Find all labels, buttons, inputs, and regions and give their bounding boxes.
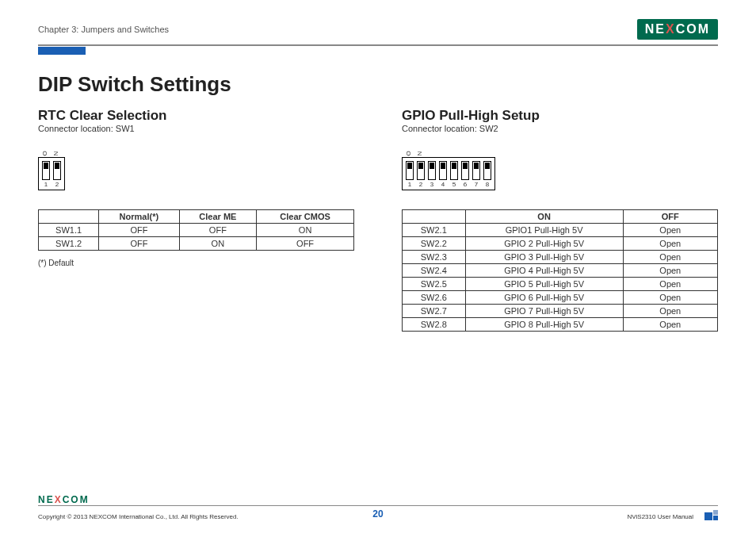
cell: GPIO 8 Pull-High 5V — [465, 318, 623, 332]
sw1-slot-2 — [53, 161, 61, 180]
sw1-th-0 — [39, 210, 99, 224]
left-column: RTC Clear Selection Connector location: … — [38, 108, 354, 332]
table-row: SW2.4GPIO 4 Pull-High 5VOpen — [403, 264, 718, 278]
logo-post: COM — [676, 22, 710, 36]
cell: SW2.2 — [403, 237, 466, 251]
cell: GPIO 6 Pull-High 5V — [465, 291, 623, 305]
footer-right: NViS2310 User Manual — [491, 510, 718, 520]
cell: ON — [257, 224, 354, 237]
table-row: SW2.2GPIO 2 Pull-High 5VOpen — [403, 237, 718, 251]
square-stack-icon — [713, 510, 718, 520]
dip-knob-icon — [430, 163, 434, 169]
sw1-num-2: 2 — [53, 181, 61, 188]
cell: SW1.1 — [39, 224, 99, 237]
table-header-row: ON OFF — [403, 210, 718, 224]
table-row: SW2.1GPIO1 Pull-High 5VOpen — [403, 224, 718, 237]
cell: Open — [623, 291, 717, 305]
sw1-on-label: O N — [41, 149, 354, 156]
rtc-connector-label: Connector location: SW1 — [38, 124, 354, 133]
cell: SW2.1 — [403, 224, 466, 237]
sw2-slot-8 — [483, 161, 491, 180]
cell: Open — [623, 224, 717, 237]
rtc-heading: RTC Clear Selection — [38, 108, 354, 124]
table-row: SW2.3GPIO 3 Pull-High 5VOpen — [403, 251, 718, 264]
cell: SW2.4 — [403, 264, 466, 278]
sw2-slot-4 — [439, 161, 447, 180]
cell: GPIO1 Pull-High 5V — [465, 224, 623, 237]
table-row: SW2.5GPIO 5 Pull-High 5VOpen — [403, 278, 718, 291]
cell: GPIO 3 Pull-High 5V — [465, 251, 623, 264]
footer-logo-pre: NE — [38, 494, 55, 505]
chapter-label: Chapter 3: Jumpers and Switches — [38, 25, 169, 34]
dip-knob-icon — [44, 163, 48, 169]
page-title: DIP Switch Settings — [38, 72, 718, 97]
default-footnote: (*) Default — [38, 259, 354, 267]
page-header: Chapter 3: Jumpers and Switches NEXCOM — [38, 19, 718, 40]
sw1-slots — [42, 161, 61, 180]
table-row: SW1.1 OFF OFF ON — [39, 224, 354, 237]
footer-row: Copyright © 2013 NEXCOM International Co… — [38, 506, 718, 520]
cell: SW2.7 — [403, 305, 466, 318]
square-icon — [713, 516, 718, 520]
sw2-nums: 1 2 3 4 5 6 7 8 — [406, 181, 491, 188]
sw2-num: 2 — [417, 181, 425, 188]
cell: OFF — [99, 224, 179, 237]
logo-pre: NE — [645, 22, 666, 36]
cell: Open — [623, 278, 717, 291]
footer-squares-icon — [704, 510, 718, 520]
sw1-th-1: Normal(*) — [99, 210, 179, 224]
sw1-slot-1 — [42, 161, 50, 180]
cell: SW2.3 — [403, 251, 466, 264]
dip-knob-icon — [55, 163, 59, 169]
square-icon — [713, 510, 718, 515]
sw1-dip-box: 1 2 — [38, 157, 65, 190]
footer-top: NEXCOM — [38, 494, 718, 505]
sw2-num: 6 — [461, 181, 469, 188]
copyright-text: Copyright © 2013 NEXCOM International Co… — [38, 513, 265, 520]
footer-logo-post: COM — [63, 494, 90, 505]
dip-knob-icon — [485, 163, 490, 169]
dip-knob-icon — [441, 163, 445, 169]
sw2-th-2: OFF — [623, 210, 717, 224]
sw2-num: 4 — [439, 181, 447, 188]
logo-text: NEXCOM — [645, 22, 710, 36]
cell: SW2.8 — [403, 318, 466, 332]
dip-knob-icon — [407, 163, 412, 169]
cell: OFF — [99, 237, 179, 251]
sw2-th-0 — [403, 210, 466, 224]
sw1-nums: 1 2 — [42, 181, 61, 188]
sw2-slot-3 — [428, 161, 436, 180]
sw1-th-3: Clear CMOS — [257, 210, 354, 224]
sw1-table: Normal(*) Clear ME Clear CMOS SW1.1 OFF … — [38, 209, 354, 251]
logo-x: X — [666, 22, 676, 36]
sw2-slot-5 — [450, 161, 458, 180]
cell: GPIO 2 Pull-High 5V — [465, 237, 623, 251]
cell: SW1.2 — [39, 237, 99, 251]
cell: SW2.6 — [403, 291, 466, 305]
gpio-connector-label: Connector location: SW2 — [402, 124, 718, 133]
sw2-num: 8 — [483, 181, 491, 188]
cell: Open — [623, 264, 717, 278]
sw2-slot-1 — [406, 161, 414, 180]
sw2-n: N — [416, 150, 423, 156]
sw1-o: O — [41, 150, 48, 156]
cell: GPIO 5 Pull-High 5V — [465, 278, 623, 291]
cell: GPIO 4 Pull-High 5V — [465, 264, 623, 278]
cell: GPIO 7 Pull-High 5V — [465, 305, 623, 318]
sw2-num: 5 — [450, 181, 458, 188]
cell: SW2.5 — [403, 278, 466, 291]
table-row: SW2.8GPIO 8 Pull-High 5VOpen — [403, 318, 718, 332]
sw1-n: N — [52, 150, 59, 156]
sw1-num-1: 1 — [42, 181, 50, 188]
footer-right-wrap: NViS2310 User Manual — [491, 510, 718, 520]
sw1-tbody: SW1.1 OFF OFF ON SW1.2 OFF ON OFF — [39, 224, 354, 251]
dip-knob-icon — [452, 163, 456, 169]
content-columns: RTC Clear Selection Connector location: … — [38, 108, 718, 332]
sw2-slot-7 — [472, 161, 480, 180]
table-row: SW2.7GPIO 7 Pull-High 5VOpen — [403, 305, 718, 318]
footer-logo-x: X — [55, 494, 63, 505]
header-divider — [38, 44, 718, 46]
cell: Open — [623, 318, 717, 332]
footer-logo-text: NEXCOM — [38, 494, 90, 505]
sw2-th-1: ON — [465, 210, 623, 224]
